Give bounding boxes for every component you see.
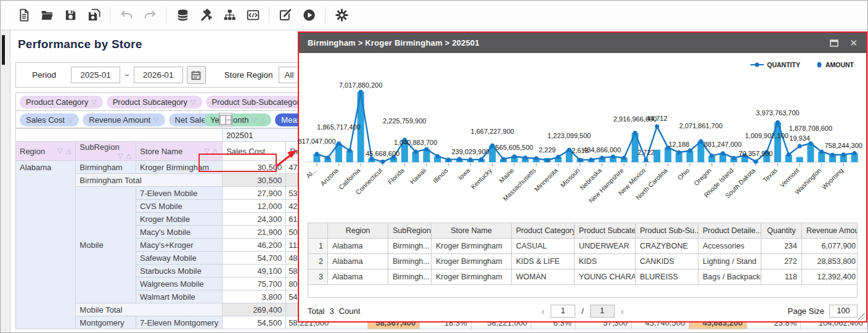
pivot-store-cell[interactable]: Walmart Mobile <box>136 290 222 303</box>
detail-col-header[interactable]: Store Name <box>432 223 512 239</box>
resize-handle-icon[interactable] <box>858 313 865 320</box>
pivot-value-cell[interactable]: 75,700 <box>223 278 286 290</box>
detail-cell: Birmingh... <box>388 239 432 254</box>
field-chip-product-subcategory[interactable]: Product Subcategory▽ <box>107 96 202 109</box>
redo-button[interactable] <box>138 5 162 26</box>
detail-row[interactable]: 3AlabamaBirmingh...Kroger BirminghamWOMA… <box>308 269 858 285</box>
pivot-store-cell[interactable]: Starbucks Mobile <box>136 265 222 278</box>
current-page-input[interactable]: 1 <box>551 305 575 318</box>
pivot-value-cell[interactable]: 54,700 <box>223 252 286 265</box>
pivot-store-cell[interactable]: Macy's+Kroger <box>136 239 222 252</box>
period-to-input[interactable]: 2026-01 <box>134 67 183 83</box>
detail-col-header[interactable]: Product Detaile... <box>698 223 761 239</box>
detail-col-header[interactable]: Product Sub-Su... <box>636 223 698 239</box>
pivot-store-cell[interactable]: Kroger Mobile <box>136 213 222 226</box>
save-all-button[interactable] <box>82 5 105 26</box>
field-chip-sales-cost[interactable]: Sales Cost▽ <box>20 113 79 126</box>
detail-cell: Alabama <box>328 269 388 285</box>
pivot-value-cell[interactable]: 27,900 <box>223 187 286 200</box>
toolbar <box>1 1 867 30</box>
pivot-region-cell[interactable]: Alabama <box>16 161 76 329</box>
svg-text:Minnesota: Minnesota <box>533 166 559 193</box>
field-chip-revenue-amount[interactable]: Revenue Amount▽ <box>83 113 165 126</box>
period-label: Period <box>32 70 56 80</box>
pivot-store-cell[interactable]: CVS Mobile <box>136 200 222 213</box>
period-from-input[interactable]: 2025-01 <box>71 67 120 83</box>
layout-split-icon[interactable] <box>219 113 232 126</box>
next-page-icon[interactable]: › <box>621 306 624 316</box>
pivot-dim-header-subregion[interactable]: SubRegion▽ △ <box>76 142 136 161</box>
svg-text:70,357,900: 70,357,900 <box>739 150 772 157</box>
open-folder-button[interactable] <box>35 5 59 26</box>
pivot-value-cell[interactable]: 269,400 <box>223 303 286 316</box>
database-button[interactable] <box>171 5 194 26</box>
store-region-label: Store Region <box>224 70 273 80</box>
tools-button[interactable] <box>194 5 218 26</box>
detail-row[interactable]: 2AlabamaBirmingh...Kroger BirminghamKIDS… <box>308 254 858 269</box>
calendar-button[interactable] <box>187 66 206 84</box>
pivot-value-cell[interactable]: 30,500 <box>223 161 286 174</box>
restore-icon[interactable] <box>830 39 838 47</box>
detail-cell: Lighting / Stand <box>698 254 761 269</box>
pivot-store-cell[interactable]: Safeway Mobile <box>136 252 222 265</box>
pivot-store-cell[interactable]: 7-Eleven Montgomery <box>136 316 222 329</box>
svg-text:44,712: 44,712 <box>647 115 668 122</box>
pivot-value-cell[interactable]: 46,200 <box>223 239 286 252</box>
filter-icon[interactable]: ▽ <box>252 116 256 124</box>
pivot-value-cell[interactable]: 24,300 <box>223 213 286 226</box>
save-button[interactable] <box>59 5 82 26</box>
detail-col-header[interactable]: Product Subcate... <box>575 223 636 239</box>
legend-item-quantity[interactable]: QUANTITY <box>750 61 800 68</box>
detail-col-header[interactable]: Product Category <box>512 223 575 239</box>
filter-icon[interactable]: ▽ <box>68 116 73 124</box>
close-icon[interactable]: ✕ <box>850 38 858 47</box>
pivot-total-label[interactable]: Birmingham Total <box>76 174 223 187</box>
run-button[interactable] <box>297 5 321 26</box>
pivot-subregion-cell[interactable]: Birmingham <box>76 161 136 174</box>
pivot-dim-header-store-name[interactable]: Store Name▽ △ <box>136 142 222 161</box>
detail-col-header[interactable] <box>308 223 328 239</box>
code-button[interactable] <box>241 5 264 26</box>
filter-sort-icons[interactable]: ▽ △ <box>57 147 72 155</box>
detail-col-header[interactable]: Quantity <box>761 223 802 239</box>
pivot-value-cell[interactable]: 3,800 <box>223 290 286 303</box>
pivot-value-cell[interactable]: 30,500 <box>223 174 286 187</box>
drilldown-chart[interactable]: 817,047,0001,865,717,4007,017,880,20045,… <box>303 68 862 220</box>
settings-button[interactable] <box>330 5 353 26</box>
legend-item-amount[interactable]: AMOUNT <box>816 61 854 68</box>
filter-icon[interactable]: ▽ <box>154 116 158 124</box>
pivot-subregion-cell[interactable]: Montgomery <box>76 316 136 329</box>
sort-icon[interactable]: △ <box>260 116 265 124</box>
pivot-store-cell[interactable]: Kroger Birmingham <box>136 161 222 174</box>
filter-icon[interactable]: ▽ <box>190 98 195 106</box>
pivot-dim-header-region[interactable]: Region▽ △ <box>16 142 76 161</box>
pivot-subregion-cell[interactable]: Mobile <box>76 187 136 303</box>
prev-page-icon[interactable]: ‹ <box>541 306 544 316</box>
filter-icon[interactable]: ▽ <box>91 98 96 106</box>
pivot-value-cell[interactable]: 54,500 <box>223 316 286 329</box>
detail-col-header[interactable]: Revenue Amount <box>802 223 858 239</box>
popup-titlebar[interactable]: Birmingham > Kroger Birmingham > 202501 … <box>299 33 866 53</box>
filter-sort-icons[interactable]: ▽ △ <box>204 147 218 155</box>
hierarchy-button[interactable] <box>218 5 241 26</box>
undo-button[interactable] <box>115 5 138 26</box>
count-label: Count <box>339 306 361 316</box>
svg-text:Arizona: Arizona <box>319 166 340 187</box>
detail-row[interactable]: 1AlabamaBirmingh...Kroger BirminghamCASU… <box>308 239 858 254</box>
new-file-button[interactable] <box>12 5 35 26</box>
filter-sort-icons[interactable]: ▽ △ <box>118 152 132 160</box>
detail-col-header[interactable]: Region <box>328 223 388 239</box>
detail-col-header[interactable]: SubRegion <box>388 223 432 239</box>
pivot-store-cell[interactable]: Walgreens Mobile <box>136 278 222 290</box>
pivot-total-label[interactable]: Mobile Total <box>76 303 223 316</box>
pivot-store-cell[interactable]: 7-Eleven Mobile <box>136 187 222 200</box>
edit-button[interactable] <box>274 5 297 26</box>
pivot-value-cell[interactable]: 21,900 <box>223 226 286 239</box>
page-size-input[interactable]: 100 <box>829 305 858 318</box>
field-chip-product-category[interactable]: Product Category▽ <box>20 96 103 109</box>
pivot-value-cell[interactable]: 49,100 <box>223 265 286 278</box>
field-chip-yearmonth[interactable]: YearMonth▽△ <box>204 113 271 126</box>
pivot-value-cell[interactable]: 12,000 <box>223 200 286 213</box>
pivot-store-cell[interactable]: Macy's Mobile <box>136 226 222 239</box>
pivot-measure-header[interactable]: Sales Cost <box>223 142 286 161</box>
